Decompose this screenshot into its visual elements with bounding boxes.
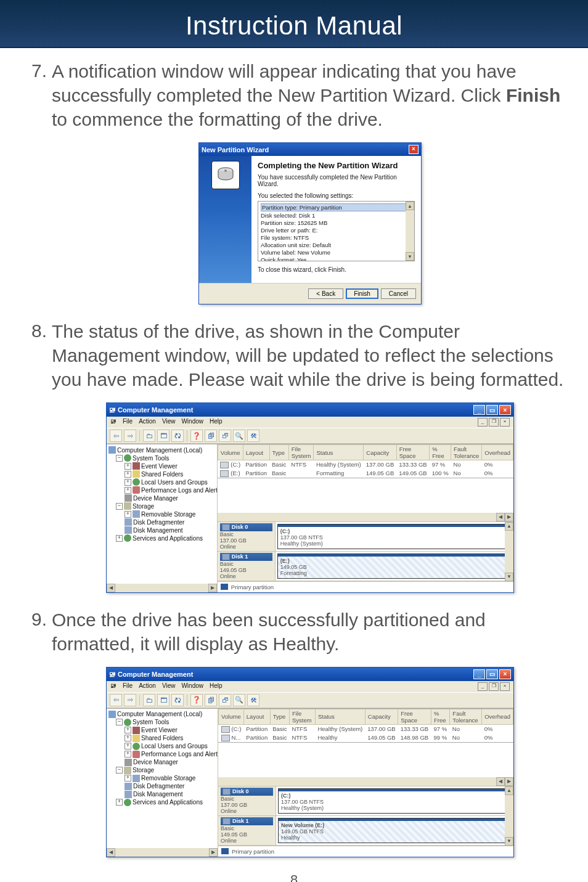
th-fs[interactable]: File System	[288, 445, 314, 460]
tree-event-viewer[interactable]: Event Viewer	[141, 727, 178, 733]
child-restore-icon[interactable]: ❐	[489, 682, 499, 691]
toolbar-forward-icon[interactable]: ⇨	[124, 694, 136, 706]
th-volume[interactable]: Volume	[218, 445, 243, 460]
volume-table[interactable]: Volume Layout Type File System Status Ca…	[218, 709, 513, 742]
th-oh[interactable]: Overhead	[482, 709, 513, 724]
tree-device-manager[interactable]: Device Manager	[133, 495, 178, 502]
toolbar-list-icon[interactable]: 🗐	[205, 430, 217, 442]
th-type[interactable]: Type	[269, 445, 288, 460]
th-pfree[interactable]: % Free	[431, 709, 449, 724]
toolbar-refresh-icon[interactable]: 🗘	[171, 694, 184, 706]
toolbar-settings-icon[interactable]: 🛠	[247, 430, 259, 442]
menu-view[interactable]: View	[162, 418, 176, 427]
th-status[interactable]: Status	[315, 709, 365, 724]
tree-local-users[interactable]: Local Users and Groups	[141, 479, 208, 486]
table-row[interactable]: N... Partition Basic NTFS Healthy 149.05…	[219, 733, 513, 742]
tree-defrag[interactable]: Disk Defragmenter	[133, 519, 184, 526]
toolbar-props-icon[interactable]: 🗔	[157, 430, 169, 442]
menu-help[interactable]: Help	[210, 418, 223, 427]
minimize-icon[interactable]: _	[473, 405, 485, 415]
table-row[interactable]: (E:) Partition Basic Formatting 149.05 G…	[218, 469, 513, 478]
toolbar-back-icon[interactable]: ⇦	[110, 694, 122, 706]
menu-file[interactable]: File	[123, 418, 133, 427]
back-button[interactable]: < Back	[308, 288, 343, 299]
child-close-icon[interactable]: ×	[500, 418, 510, 427]
disks-scroll-down-icon[interactable]: ▼	[505, 573, 513, 581]
volume-block[interactable]: (C:) 137.00 GB NTFS Healthy (System)	[277, 524, 512, 549]
toolbar-help-icon[interactable]: ❓	[190, 430, 203, 442]
toolbar-grid-icon[interactable]: 🗗	[219, 694, 231, 706]
disks-scroll-up-icon[interactable]: ▲	[505, 786, 513, 795]
th-layout[interactable]: Layout	[243, 445, 269, 460]
close-icon[interactable]: ×	[499, 669, 511, 679]
toolbar-grid-icon[interactable]: 🗗	[219, 430, 231, 442]
child-minimize-icon[interactable]: _	[478, 418, 488, 427]
finish-button[interactable]: Finish	[346, 288, 378, 299]
wizard-settings-list[interactable]: Partition type: Primary partition Disk s…	[258, 201, 415, 261]
cancel-button[interactable]: Cancel	[381, 288, 416, 299]
minimize-icon[interactable]: _	[473, 669, 485, 679]
volume-table[interactable]: Volume Layout Type File System Status Ca…	[218, 444, 513, 478]
tree-scroll-left-icon[interactable]: ◀	[107, 584, 115, 592]
child-minimize-icon[interactable]: _	[478, 682, 488, 691]
menu-action[interactable]: Action	[139, 418, 156, 427]
tree-disk-mgmt[interactable]: Disk Management	[133, 791, 183, 798]
grid-scroll-right-icon[interactable]: ▶	[505, 777, 513, 786]
disks-scroll-up-icon[interactable]: ▲	[505, 522, 513, 531]
tree-shared-folders[interactable]: Shared Folders	[141, 471, 183, 478]
toolbar-back-icon[interactable]: ⇦	[110, 430, 122, 442]
close-icon[interactable]: ×	[409, 145, 419, 154]
tree-storage[interactable]: Storage	[133, 767, 154, 774]
disk1-row[interactable]: Disk 1 Basic 149.05 GB Online N	[218, 816, 513, 846]
toolbar-settings-icon[interactable]: 🛠	[247, 694, 259, 706]
toolbar-find-icon[interactable]: 🔍	[233, 694, 245, 706]
tree-defrag[interactable]: Disk Defragmenter	[133, 783, 184, 790]
tree-perf-logs[interactable]: Performance Logs and Alerts	[141, 751, 218, 757]
disk1-row[interactable]: Disk 1 Basic 149.05 GB Online (	[218, 552, 513, 581]
toolbar-forward-icon[interactable]: ⇨	[124, 430, 136, 442]
th-ft[interactable]: Fault Tolerance	[451, 445, 482, 460]
tree-root[interactable]: Computer Management (Local)	[117, 447, 202, 454]
tree-system-tools[interactable]: System Tools	[133, 455, 169, 462]
nav-tree[interactable]: Computer Management (Local) −System Tool…	[107, 444, 218, 592]
maximize-icon[interactable]: ▭	[486, 669, 498, 679]
th-cap[interactable]: Capacity	[365, 709, 398, 724]
toolbar-props-icon[interactable]: 🗔	[157, 694, 169, 706]
th-volume[interactable]: Volume	[219, 709, 244, 724]
tree-system-tools[interactable]: System Tools	[133, 719, 169, 725]
disks-scroll-down-icon[interactable]: ▼	[505, 837, 513, 846]
volume-block[interactable]: (C:) 137.00 GB NTFS Healthy (System)	[278, 788, 512, 814]
th-fs[interactable]: File System	[289, 709, 315, 724]
scroll-up-icon[interactable]: ▲	[406, 202, 414, 210]
toolbar-up-icon[interactable]: 🗀	[143, 694, 155, 706]
tree-device-manager[interactable]: Device Manager	[133, 759, 178, 766]
tree-root[interactable]: Computer Management (Local)	[117, 711, 202, 717]
tree-scroll-right-icon[interactable]: ▶	[209, 848, 218, 857]
volume-block-formatting[interactable]: (E:) 149.05 GB Formatting	[277, 553, 512, 579]
scroll-down-icon[interactable]: ▼	[406, 252, 414, 261]
toolbar-refresh-icon[interactable]: 🗘	[171, 430, 184, 442]
grid-scroll-left-icon[interactable]: ◀	[496, 513, 505, 521]
menu-window[interactable]: Window	[181, 418, 203, 427]
tree-disk-mgmt[interactable]: Disk Management	[133, 527, 183, 534]
disk0-row[interactable]: Disk 0 Basic 137.00 GB Online (	[218, 522, 513, 552]
menu-help[interactable]: Help	[210, 682, 223, 691]
th-layout[interactable]: Layout	[243, 709, 270, 724]
child-restore-icon[interactable]: ❐	[489, 418, 499, 427]
th-free[interactable]: Free Space	[398, 709, 431, 724]
th-status[interactable]: Status	[314, 445, 364, 460]
grid-scroll-right-icon[interactable]: ▶	[505, 513, 513, 521]
child-close-icon[interactable]: ×	[500, 682, 510, 691]
th-type[interactable]: Type	[270, 709, 289, 724]
toolbar-help-icon[interactable]: ❓	[190, 694, 203, 706]
tree-services[interactable]: Services and Applications	[133, 535, 203, 542]
volume-block-healthy[interactable]: New Volume (E:) 149.05 GB NTFS Healthy	[278, 818, 512, 843]
menu-file[interactable]: File	[123, 682, 133, 691]
tree-local-users[interactable]: Local Users and Groups	[141, 743, 208, 749]
toolbar-find-icon[interactable]: 🔍	[233, 430, 245, 442]
tree-services[interactable]: Services and Applications	[133, 799, 203, 806]
tree-event-viewer[interactable]: Event Viewer	[141, 463, 178, 470]
th-cap[interactable]: Capacity	[364, 445, 396, 460]
toolbar-list-icon[interactable]: 🗐	[205, 694, 217, 706]
table-row[interactable]: (C:) Partition Basic NTFS Healthy (Syste…	[219, 724, 513, 733]
